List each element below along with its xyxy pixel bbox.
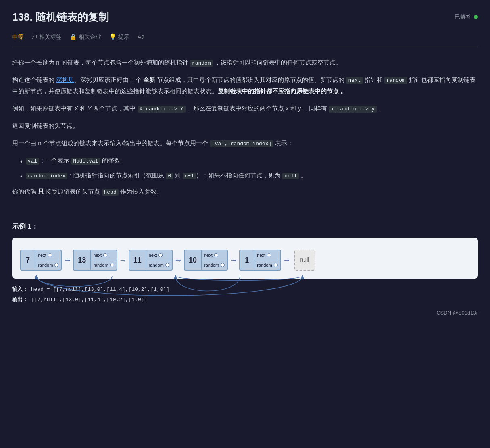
- bullet-val: • val：一个表示 Node.val 的整数。: [20, 155, 478, 167]
- example-title: 示例 1：: [12, 221, 478, 233]
- title-text: 随机链表的复制: [35, 11, 109, 23]
- node-13-next: next: [91, 251, 116, 260]
- code-zero: 0: [166, 173, 173, 179]
- next-label-1: next: [257, 252, 265, 259]
- bullet-list: • val：一个表示 Node.val 的整数。 • random_index：…: [20, 155, 478, 182]
- random-label-10: random: [204, 261, 219, 269]
- code-next: next: [346, 77, 363, 84]
- para6: 你的代码 只 接受原链表的头节点 head 作为传入参数。: [12, 186, 478, 197]
- node-1: 1 next random: [239, 250, 281, 271]
- node-11: 11 next random: [129, 250, 173, 271]
- bold-only: 只: [38, 188, 44, 195]
- next-label-13: next: [93, 252, 102, 259]
- tag-font-text: Aa: [138, 32, 144, 42]
- tag-company-icon: 🔒: [70, 32, 77, 42]
- code-xrandom2: x.random --> y: [329, 106, 377, 113]
- node-11-random: random: [146, 260, 172, 270]
- bullet-random-text: random_index：随机指针指向的节点索引（范围从 0 到 n−1）；如果…: [26, 170, 307, 181]
- para4: 返回复制链表的头节点。: [12, 120, 478, 131]
- tag-company[interactable]: 🔒 相关企业: [70, 32, 101, 42]
- arrow-7-13: →: [63, 253, 71, 267]
- node-13-random: random: [91, 260, 116, 270]
- arrow-13-11: →: [119, 253, 127, 267]
- tag-difficulty[interactable]: 中等: [12, 32, 23, 42]
- random-circle-11: [165, 263, 169, 267]
- code-nodeval: Node.val: [71, 158, 100, 165]
- output-line: 输出： [[7,null],[13,0],[11,4],[10,2],[1,0]…: [12, 296, 478, 304]
- code-xrandom: X.random --> Y: [138, 106, 186, 113]
- code-random2: random: [384, 77, 407, 84]
- null-box: null: [294, 250, 316, 271]
- next-label-11: next: [149, 252, 157, 259]
- random-label-1: random: [257, 261, 272, 269]
- random-circle-7: [54, 263, 58, 267]
- node-1-next: next: [254, 251, 280, 260]
- tag-labels[interactable]: 🏷 相关标签: [31, 32, 62, 42]
- next-label-7: next: [38, 252, 46, 259]
- code-null: null: [282, 173, 299, 179]
- input-value: head = [[7,null],[13,0],[11,4],[10,2],[1…: [31, 286, 169, 292]
- tag-company-text: 相关企业: [79, 32, 101, 42]
- input-label: 输入：: [12, 286, 28, 292]
- bold-new: 全新: [143, 76, 155, 83]
- io-block: 输入： head = [[7,null],[13,0],[11,4],[10,2…: [12, 285, 478, 304]
- solved-label: 已解答: [455, 12, 471, 22]
- node-11-next: next: [146, 251, 172, 260]
- random-circle-13: [110, 263, 114, 267]
- deep-copy-link[interactable]: 深拷贝: [56, 76, 74, 83]
- node-11-fields: next random: [146, 250, 172, 270]
- code-head: head: [102, 189, 119, 196]
- title-number: 138.: [12, 11, 33, 23]
- arrow-11-10: →: [174, 253, 182, 267]
- next-circle-11: [158, 253, 163, 257]
- node-10: 10 next random: [184, 250, 228, 271]
- code-n1: n−1: [183, 173, 196, 179]
- node-1-random: random: [254, 260, 280, 270]
- output-value: [[7,null],[13,0],[11,4],[10,2],[1,0]]: [31, 297, 148, 303]
- solved-badge: 已解答: [455, 12, 478, 22]
- para1: 给你一个长度为 n 的链表，每个节点包含一个额外增加的随机指针 random ，…: [12, 57, 478, 68]
- random-circle-1: [274, 263, 278, 267]
- code-random-index: random_index: [26, 173, 68, 179]
- input-line: 输入： head = [[7,null],[13,0],[11,4],[10,2…: [12, 285, 478, 294]
- next-circle-7: [48, 253, 52, 257]
- header: 138. 随机链表的复制 已解答: [12, 8, 478, 26]
- node-7-random: random: [35, 260, 61, 270]
- node-10-next: next: [202, 251, 227, 260]
- tag-label-icon: 🏷: [31, 32, 37, 42]
- tag-hint-icon: 💡: [109, 32, 116, 42]
- bullet-val-text: val：一个表示 Node.val 的整数。: [26, 155, 126, 166]
- node-1-val: 1: [240, 250, 254, 270]
- arrow-10-1: →: [229, 253, 238, 267]
- tags-row: 中等 🏷 相关标签 🔒 相关企业 💡 提示 Aa: [12, 32, 478, 47]
- node-7: 7 next random: [20, 250, 62, 271]
- para3: 例如，如果原链表中有 X 和 Y 两个节点，其中 X.random --> Y …: [12, 103, 478, 114]
- tag-hint[interactable]: 💡 提示: [109, 32, 129, 42]
- next-circle-1: [267, 253, 271, 257]
- random-label-13: random: [93, 261, 108, 269]
- node-10-random: random: [202, 260, 227, 270]
- next-label-10: next: [204, 252, 213, 259]
- node-7-val: 7: [21, 250, 35, 270]
- watermark: CSDN @S01d13r: [12, 308, 478, 317]
- diagram-wrapper: 7 next random → 13: [12, 238, 478, 279]
- page-title: 138. 随机链表的复制: [12, 8, 109, 26]
- node-11-val: 11: [129, 250, 146, 270]
- tag-hint-text: 提示: [118, 32, 129, 42]
- code-format: [val, random_index]: [210, 140, 273, 147]
- node-13-val: 13: [74, 250, 91, 270]
- tag-font[interactable]: Aa: [138, 32, 144, 42]
- tag-label-text: 相关标签: [39, 32, 62, 42]
- arrow-1-null: →: [283, 253, 291, 267]
- para5: 用一个由 n 个节点组成的链表来表示输入/输出中的链表。每个节点用一个 [val…: [12, 138, 478, 148]
- node-7-next: next: [35, 251, 61, 260]
- node-7-fields: next random: [35, 250, 61, 270]
- code-random: random: [190, 60, 213, 67]
- random-label-11: random: [149, 261, 164, 269]
- para2: 构造这个链表的 深拷贝。深拷贝应该正好由 n 个 全新 节点组成，其中每个新节点…: [12, 74, 478, 96]
- node-13-fields: next random: [91, 250, 116, 270]
- node-1-fields: next random: [254, 250, 280, 270]
- code-val: val: [26, 158, 39, 165]
- output-label: 输出：: [12, 297, 28, 303]
- bullet-random-index: • random_index：随机指针指向的节点索引（范围从 0 到 n−1）；…: [20, 170, 478, 182]
